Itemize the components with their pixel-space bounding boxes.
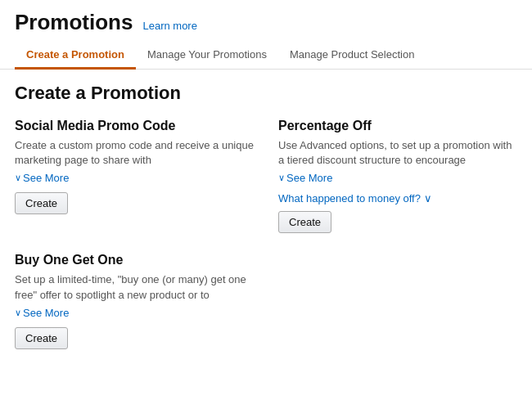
promo-desc-bogo: Set up a limited-time, "buy one (or many…	[15, 272, 254, 302]
tab-manage-promotions[interactable]: Manage Your Promotions	[136, 42, 278, 70]
see-more-label-bogo: See More	[23, 307, 69, 319]
promo-title-bogo: Buy One Get One	[15, 253, 254, 267]
tab-manage-product-selection[interactable]: Manage Product Selection	[278, 42, 426, 70]
chevron-icon-bogo: ∨	[15, 308, 21, 318]
chevron-icon-social-media: ∨	[15, 173, 21, 183]
promotions-grid: Social Media Promo Code Create a custom …	[15, 119, 517, 369]
page-heading: Create a Promotion	[15, 83, 517, 104]
learn-more-link[interactable]: Learn more	[142, 20, 196, 32]
promo-card-social-media: Social Media Promo Code Create a custom …	[15, 119, 254, 233]
promo-title-social-media: Social Media Promo Code	[15, 119, 254, 133]
chevron-icon-percentage-off: ∨	[278, 173, 285, 183]
page-title: Promotions	[15, 10, 133, 35]
promo-desc-social-media: Create a custom promo code and receive a…	[15, 138, 254, 168]
what-happened-link[interactable]: What happened to money off? ∨	[278, 192, 517, 204]
page-content: Create a Promotion Social Media Promo Co…	[0, 70, 532, 382]
see-more-label-percentage-off: See More	[286, 172, 332, 184]
page-header: Promotions Learn more	[0, 0, 532, 35]
see-more-label-social-media: See More	[23, 172, 69, 184]
promo-desc-percentage-off: Use Advanced options, to set up a promot…	[278, 138, 517, 168]
see-more-social-media[interactable]: ∨ See More	[15, 172, 69, 184]
promo-card-bogo: Buy One Get One Set up a limited-time, "…	[15, 253, 254, 348]
create-button-social-media[interactable]: Create	[15, 192, 68, 214]
see-more-percentage-off[interactable]: ∨ See More	[278, 172, 332, 184]
tab-bar: Create a Promotion Manage Your Promotion…	[0, 42, 532, 70]
tab-create-promotion[interactable]: Create a Promotion	[15, 42, 136, 70]
create-button-bogo[interactable]: Create	[15, 327, 68, 349]
create-button-percentage-off[interactable]: Create	[278, 211, 331, 233]
promo-title-percentage-off: Percentage Off	[278, 119, 517, 133]
promo-card-percentage-off: Percentage Off Use Advanced options, to …	[278, 119, 517, 233]
see-more-bogo[interactable]: ∨ See More	[15, 307, 69, 319]
